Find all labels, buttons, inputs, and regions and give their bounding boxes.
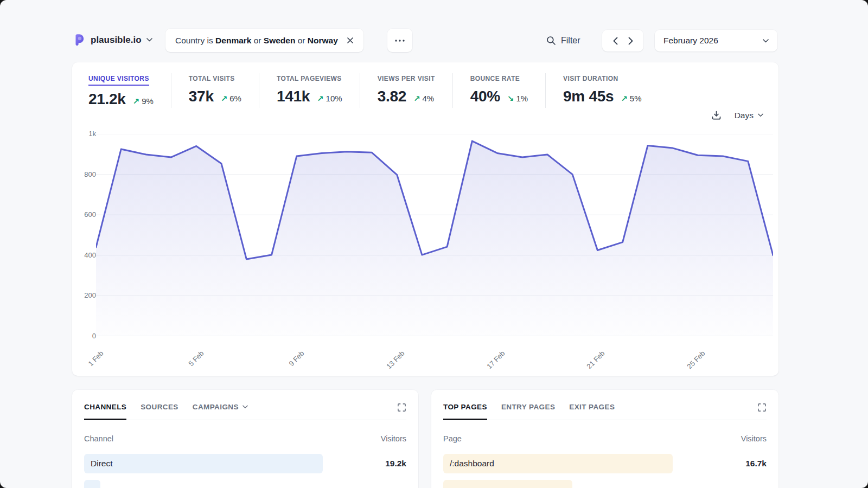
- y-axis-tick: 0: [74, 332, 96, 340]
- row-bar: [443, 480, 572, 488]
- trend-up-icon: ↗: [133, 97, 140, 106]
- column-header-visitors: Visitors: [381, 434, 406, 443]
- active-filter-pill[interactable]: Country is Denmark or Sweden or Norway: [165, 29, 363, 52]
- interval-select[interactable]: Days: [735, 111, 763, 120]
- stat-visit-duration[interactable]: VISIT DURATION 9m 45s ↗5%: [545, 73, 659, 108]
- stat-total-pageviews[interactable]: TOTAL PAGEVIEWS 141k ↗10%: [259, 73, 360, 108]
- stat-total-visits[interactable]: TOTAL VISITS 37k ↗6%: [171, 73, 259, 108]
- x-axis-tick: 1 Feb: [86, 349, 105, 368]
- x-axis-tick: 9 Feb: [287, 349, 305, 368]
- y-axis-tick: 600: [74, 210, 96, 219]
- tab-campaigns[interactable]: CAMPAIGNS: [193, 403, 248, 420]
- stats-and-graph-card: UNIQUE VISITORS 21.2k ↗9% TOTAL VISITS 3…: [72, 62, 778, 376]
- pages-tabs: TOP PAGES ENTRY PAGES EXIT PAGES: [443, 403, 767, 420]
- tab-exit-pages[interactable]: EXIT PAGES: [569, 403, 615, 420]
- search-icon: [546, 36, 556, 46]
- pages-panel: TOP PAGES ENTRY PAGES EXIT PAGES Page Vi…: [431, 390, 778, 488]
- row-value: 19.2k: [385, 459, 406, 468]
- expand-panel-icon[interactable]: [397, 403, 406, 412]
- top-bar: plausible.io Country is Denmark or Swede…: [0, 0, 868, 54]
- channels-tabs: CHANNELS SOURCES CAMPAIGNS: [84, 403, 406, 420]
- site-switcher[interactable]: plausible.io: [72, 33, 152, 47]
- date-range-picker[interactable]: February 2026: [655, 30, 777, 52]
- x-axis-tick: 17 Feb: [485, 349, 506, 370]
- tab-top-pages[interactable]: TOP PAGES: [443, 403, 487, 420]
- channel-row-direct[interactable]: Direct 19.2k: [84, 453, 406, 474]
- period-nav: [602, 30, 643, 52]
- channels-panel: CHANNELS SOURCES CAMPAIGNS Channel Visit…: [72, 390, 418, 488]
- row-bar: [84, 480, 100, 488]
- prev-period-button[interactable]: [613, 37, 618, 45]
- trend-down-icon: ↘: [507, 94, 514, 104]
- period-label: February 2026: [663, 36, 718, 46]
- chevron-down-icon: [758, 113, 763, 117]
- page-row-partial[interactable]: [443, 479, 767, 488]
- y-axis-tick: 200: [74, 291, 96, 299]
- site-name: plausible.io: [91, 35, 142, 46]
- x-axis-labels: 1 Feb5 Feb9 Feb13 Feb17 Feb21 Feb25 Feb: [96, 342, 773, 374]
- chevron-down-icon: [763, 39, 769, 43]
- column-header-visitors: Visitors: [741, 434, 767, 443]
- x-axis-tick: 13 Feb: [385, 349, 406, 370]
- y-axis-tick: 800: [74, 170, 96, 178]
- trend-up-icon: ↗: [317, 94, 324, 104]
- more-filters-button[interactable]: [387, 29, 412, 52]
- column-header-page: Page: [443, 434, 462, 443]
- row-bar: [84, 454, 323, 473]
- page-row-dashboard[interactable]: /:dashboard 16.7k: [443, 453, 767, 474]
- tab-entry-pages[interactable]: ENTRY PAGES: [501, 403, 555, 420]
- chevron-down-icon: [242, 405, 248, 409]
- filter-text: Country is Denmark or Sweden or Norway: [175, 36, 338, 46]
- row-value: 16.7k: [745, 459, 767, 468]
- column-header-channel: Channel: [84, 434, 113, 443]
- interval-label: Days: [735, 111, 754, 120]
- trend-up-icon: ↗: [413, 94, 420, 104]
- y-axis-tick: 1k: [74, 130, 96, 138]
- row-label[interactable]: /:dashboard: [450, 459, 494, 468]
- filter-button-label: Filter: [561, 36, 580, 46]
- export-download-icon[interactable]: [711, 110, 722, 120]
- channel-row-partial[interactable]: [84, 479, 406, 488]
- x-axis-tick: 21 Feb: [585, 349, 607, 370]
- ellipsis-icon: [394, 39, 405, 42]
- plausible-dashboard: plausible.io Country is Denmark or Swede…: [0, 0, 868, 488]
- x-axis-tick: 25 Feb: [686, 349, 707, 370]
- row-label[interactable]: Direct: [91, 459, 112, 468]
- next-period-button[interactable]: [628, 37, 633, 45]
- stat-views-per-visit[interactable]: VIEWS PER VISIT 3.82 ↗4%: [360, 73, 452, 108]
- tab-channels[interactable]: CHANNELS: [84, 403, 126, 420]
- filter-button[interactable]: Filter: [546, 33, 580, 49]
- tab-sources[interactable]: SOURCES: [141, 403, 178, 420]
- y-axis-tick: 400: [74, 251, 96, 259]
- graph-controls: Days: [711, 110, 763, 120]
- graph-area-fill: [96, 141, 773, 336]
- trend-up-icon: ↗: [621, 94, 628, 104]
- stat-bounce-rate[interactable]: BOUNCE RATE 40% ↘1%: [452, 73, 545, 108]
- remove-filter-icon[interactable]: [347, 37, 354, 44]
- expand-panel-icon[interactable]: [757, 403, 767, 412]
- x-axis-tick: 5 Feb: [187, 349, 205, 368]
- plausible-logo-icon: [72, 33, 86, 47]
- stat-unique-visitors[interactable]: UNIQUE VISITORS 21.2k ↗9%: [88, 73, 171, 108]
- top-stats-row: UNIQUE VISITORS 21.2k ↗9% TOTAL VISITS 3…: [88, 73, 659, 108]
- trend-up-icon: ↗: [221, 94, 228, 104]
- visitors-graph[interactable]: [96, 134, 773, 336]
- chevron-down-icon: [146, 38, 152, 42]
